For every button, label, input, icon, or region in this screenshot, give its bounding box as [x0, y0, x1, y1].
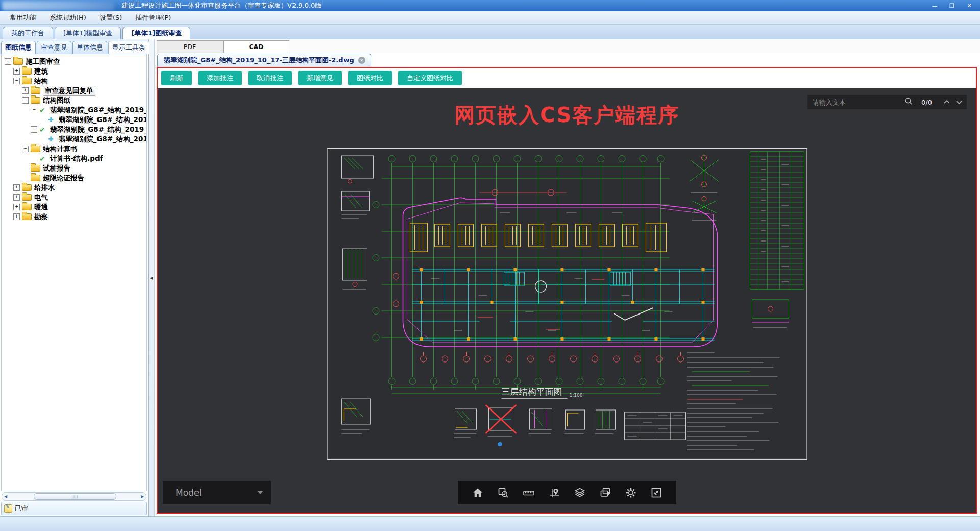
tab-review-opinion[interactable]: 审查意见: [37, 41, 71, 54]
scroll-right-icon[interactable]: [139, 494, 146, 499]
folder-icon: [22, 204, 32, 210]
expand-icon[interactable]: [13, 68, 20, 75]
close-icon[interactable]: ✕: [961, 1, 978, 10]
tab-pdf[interactable]: PDF: [157, 40, 223, 53]
model-selector[interactable]: Model: [163, 481, 271, 504]
doc-tab-bar: PDF CAD: [155, 39, 980, 53]
folder-icon: [31, 97, 40, 104]
workspace-tab-bar: 我的工作台 [单体1]模型审查 [单体1]图纸审查: [0, 25, 980, 39]
file-tab[interactable]: 翡翠湖别院_G8#_结构_2019_10_17-三层结构平面图-2.dwg: [157, 54, 371, 67]
check-icon: [39, 155, 48, 163]
folder-icon: [22, 194, 32, 201]
cancel-annotation-button[interactable]: 取消批注: [248, 71, 292, 85]
sidebar-panel: 图纸信息 审查意见 单体信息 显示工具条 施工图审查 建筑 结构 审查意见回复单…: [0, 39, 149, 516]
tab-drawing-info[interactable]: 图纸信息: [1, 41, 36, 54]
tree-item-drawing-2[interactable]: 翡翠湖别院_G8#_结构_2019_1: [4, 125, 146, 134]
layers-icon[interactable]: [567, 481, 593, 504]
tree-item-root[interactable]: 施工图审查: [4, 57, 146, 66]
folder-icon: [22, 184, 32, 191]
custom-compare-button[interactable]: 自定义图纸对比: [398, 71, 462, 85]
locate-icon[interactable]: [542, 481, 567, 504]
embedded-client-frame: 刷新 添加批注 取消批注 新增意见 图纸对比 自定义图纸对比: [157, 67, 977, 514]
collapse-icon[interactable]: [31, 107, 37, 113]
collapse-icon[interactable]: [31, 126, 37, 133]
fullscreen-icon[interactable]: [644, 481, 669, 504]
expand-icon[interactable]: [13, 184, 20, 191]
menu-common-functions[interactable]: 常用功能: [3, 13, 43, 22]
expand-icon[interactable]: [22, 87, 29, 94]
sidebar-tab-bar: 图纸信息 审查意见 单体信息 显示工具条: [0, 39, 148, 54]
app-logo: [2, 1, 114, 10]
tree-item-architecture[interactable]: 建筑: [4, 66, 146, 76]
tree-item-drawing-2-child[interactable]: 翡翠湖别院_G8#_结构_201: [4, 134, 146, 144]
tree-item-pile-report[interactable]: 试桩报告: [4, 163, 146, 173]
horizontal-scrollbar[interactable]: [2, 492, 146, 501]
viewports-icon[interactable]: [593, 481, 618, 504]
tab-cad[interactable]: CAD: [223, 40, 289, 53]
panel-splitter[interactable]: [149, 39, 155, 516]
expand-icon[interactable]: [13, 194, 20, 201]
viewer-dock: [458, 481, 676, 504]
chevron-down-icon: [258, 491, 263, 494]
collapse-icon[interactable]: [22, 146, 29, 152]
settings-icon[interactable]: [618, 481, 644, 504]
file-tab-row: 翡翠湖别院_G8#_结构_2019_10_17-三层结构平面图-2.dwg: [155, 53, 980, 67]
drawing-title: 三层结构平面图: [501, 387, 562, 397]
scrollbar-thumb[interactable]: [34, 493, 116, 500]
search-input[interactable]: [812, 98, 901, 107]
tree-item-electrical[interactable]: 电气: [4, 192, 146, 202]
folder-icon: [31, 87, 40, 94]
cad-viewport[interactable]: 0/0 网页嵌入CS客户端程序: [158, 88, 976, 513]
reviewed-note-icon: [4, 504, 12, 513]
cad-drawing[interactable]: 三层结构平面图 1:100: [326, 148, 807, 460]
add-annotation-button[interactable]: 添加批注: [198, 71, 242, 85]
folder-icon: [31, 146, 40, 152]
zoom-window-icon[interactable]: [491, 481, 516, 504]
tree-item-structure-drawings[interactable]: 结构图纸: [4, 95, 146, 105]
tab-unit-info[interactable]: 单体信息: [72, 41, 107, 54]
tree-item-survey[interactable]: 勘察: [4, 212, 146, 222]
refresh-button[interactable]: 刷新: [161, 71, 192, 85]
file-close-icon[interactable]: [358, 57, 365, 64]
menu-settings[interactable]: 设置(S): [93, 13, 129, 22]
status-bar: [0, 516, 980, 531]
tree-item-drawing-1-child[interactable]: 翡翠湖别院_G8#_结构_201: [4, 115, 146, 125]
content-area: 图纸信息 审查意见 单体信息 显示工具条 施工图审查 建筑 结构 审查意见回复单…: [0, 39, 980, 516]
scroll-left-icon[interactable]: [2, 494, 9, 499]
tree-item-calc-book[interactable]: 结构计算书: [4, 144, 146, 154]
blue-dot-marker: [498, 442, 502, 446]
measure-icon[interactable]: [516, 481, 542, 504]
new-opinion-button[interactable]: 新增意见: [298, 71, 342, 85]
folder-icon: [31, 175, 40, 181]
collapse-icon[interactable]: [5, 58, 11, 65]
tab-drawing-review[interactable]: [单体1]图纸审查: [122, 27, 190, 39]
folder-icon: [22, 213, 32, 220]
tree-item-drawing-1[interactable]: 翡翠湖别院_G8#_结构_2019_1: [4, 105, 146, 115]
home-icon[interactable]: [465, 481, 491, 504]
tab-my-workbench[interactable]: 我的工作台: [3, 27, 53, 39]
menu-plugin-management[interactable]: 插件管理(P): [129, 13, 178, 22]
folder-icon: [22, 78, 32, 84]
menu-system-help[interactable]: 系统帮助(H): [43, 13, 93, 22]
search-prev-icon[interactable]: [943, 99, 950, 106]
search-icon[interactable]: [904, 97, 913, 107]
tree-item-reply-sheet[interactable]: 审查意见回复单: [4, 86, 146, 95]
tab-show-toolbar[interactable]: 显示工具条: [108, 41, 150, 54]
collapse-icon[interactable]: [22, 97, 29, 104]
tab-model-review[interactable]: [单体1]模型审查: [55, 27, 121, 39]
drawing-compare-button[interactable]: 图纸对比: [348, 71, 392, 85]
tree-item-structure[interactable]: 结构: [4, 76, 146, 86]
search-next-icon[interactable]: [955, 99, 963, 106]
check-icon: [39, 106, 48, 114]
tree-item-hvac[interactable]: 暖通: [4, 202, 146, 212]
minimize-icon[interactable]: —: [926, 1, 943, 10]
tree-item-calc-pdf[interactable]: 计算书-结构.pdf: [4, 154, 146, 163]
cad-toolbar: 刷新 添加批注 取消批注 新增意见 图纸对比 自定义图纸对比: [158, 68, 976, 88]
tree-item-plumbing[interactable]: 给排水: [4, 183, 146, 192]
expand-icon[interactable]: [13, 204, 20, 210]
collapse-icon[interactable]: [13, 78, 20, 84]
maximize-icon[interactable]: ❐: [943, 1, 961, 10]
tree-item-limit-report[interactable]: 超限论证报告: [4, 173, 146, 183]
plus-icon: [48, 135, 57, 143]
expand-icon[interactable]: [13, 213, 20, 220]
